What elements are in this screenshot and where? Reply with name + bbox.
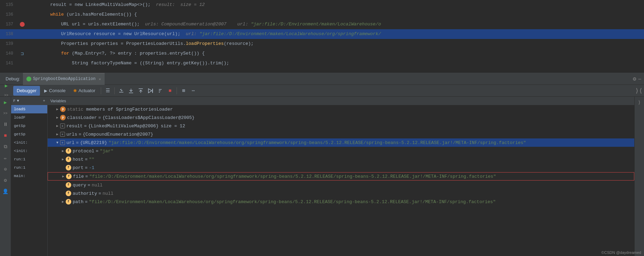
- var-icon-file: f: [66, 174, 72, 179]
- code-content-138: UrlResource resource = new UrlResource(u…: [27, 29, 644, 39]
- frame-item-run2[interactable]: run:1: [11, 163, 47, 172]
- frame-item-init1[interactable]: <init:: [11, 138, 47, 147]
- threads-btn[interactable]: ☰: [103, 86, 112, 95]
- sidebar-edit-icon[interactable]: ✏: [1, 154, 10, 162]
- frame-add-btn[interactable]: +: [43, 99, 45, 103]
- code-content-140: for (Map.Entry<?, ?> entry : properties.…: [27, 49, 644, 58]
- frame-item-main[interactable]: main:: [11, 172, 47, 180]
- var-row-urls[interactable]: ▶ ≡ urls = {CompoundEnumeration@2007}: [48, 130, 634, 138]
- step-out-btn[interactable]: [136, 86, 145, 95]
- var-row-file[interactable]: ▶ f file = "file:/D:/Environment/maken/L…: [48, 172, 634, 181]
- var-eq-path: =: [85, 199, 88, 205]
- var-eq-result: =: [84, 123, 87, 129]
- debug-content: ▶ >> ⏸ ■ ⧉ ✏ ⊙ ⚙ 👤 F ▼ + loadS loadF get…: [0, 97, 644, 256]
- more-btn[interactable]: ⋯: [189, 86, 198, 95]
- sidebar-stepover-icon[interactable]: >>: [1, 109, 10, 118]
- tab-debugger-label: Debugger: [17, 88, 36, 93]
- var-icon-urls: ≡: [60, 132, 65, 137]
- breakpoint-137[interactable]: [20, 22, 25, 27]
- tab-debugger[interactable]: Debugger: [13, 86, 40, 96]
- sidebar-settings-icon[interactable]: ⚙: [1, 176, 10, 184]
- var-val-file: "file:/D:/Environment/maken/LocalWarehou…: [89, 174, 496, 179]
- right-sidebar-expand[interactable]: ⟩: [635, 98, 644, 106]
- debug-toolbar: ▶ >> Debugger ▶ Console ❋ Actuator ☰: [0, 85, 644, 97]
- var-icon-url: ≡: [60, 140, 65, 145]
- sidebar-person-icon[interactable]: 👤: [1, 187, 10, 195]
- session-close[interactable]: ✕: [99, 77, 101, 81]
- var-row-static[interactable]: ▶ p static members of SpringFactoriesLoa…: [48, 105, 634, 113]
- line-number-138: 138: [0, 32, 17, 37]
- code-line-138: 138 UrlResource resource = new UrlResour…: [0, 29, 644, 39]
- var-name-authority: authority: [73, 191, 97, 196]
- var-icon-path: f: [66, 199, 71, 205]
- var-row-authority[interactable]: ▶ f authority = null: [48, 189, 634, 198]
- var-row-protocol[interactable]: ▶ f protocol = "jar": [48, 147, 634, 155]
- debug-tabbar: Debug: SpringbootDemoApplication ✕ ⚙ —: [0, 73, 644, 85]
- var-row-url[interactable]: ▼ ≡ url = {URL@2219} "jar:file:/D:/Envir…: [48, 138, 634, 147]
- var-val-url-str: "jar:file:/D:/Environment/maken/LocalWar…: [108, 140, 526, 145]
- line-number-140: 140: [0, 51, 17, 56]
- var-icon-classloader: p: [60, 115, 66, 120]
- frame-item-getsp2[interactable]: getSp: [11, 130, 47, 138]
- step-over-btn[interactable]: [117, 86, 126, 95]
- variables-header: Variables: [48, 97, 634, 105]
- var-row-path[interactable]: ▶ f path = "file:/D:/Environment/maken/L…: [48, 198, 634, 206]
- code-line-139: 139 Properties properties = PropertiesLo…: [0, 39, 644, 49]
- line-number-137: 137: [0, 22, 17, 27]
- minus-icon[interactable]: —: [638, 76, 641, 82]
- expand-arrow-host: ▶: [60, 157, 66, 162]
- expand-arrow-protocol: ▶: [60, 148, 66, 154]
- sidebar-camera-icon[interactable]: ⊙: [1, 165, 10, 173]
- var-row-query[interactable]: ▶ f query = null: [48, 181, 634, 189]
- var-row-port[interactable]: ▶ f port = -1: [48, 163, 634, 172]
- frame-item-loads[interactable]: loadS: [11, 105, 47, 113]
- frame-arrow: ▼: [17, 99, 19, 103]
- left-sidebar: ▶ >> ⏸ ■ ⧉ ✏ ⊙ ⚙ 👤: [0, 97, 11, 256]
- code-content-141: String factoryTypeName = ((String) entry…: [27, 58, 644, 68]
- sidebar-stop-icon[interactable]: ■: [1, 131, 10, 140]
- line-number-136: 136: [0, 12, 17, 17]
- var-name-result: result: [66, 123, 83, 129]
- grid-btn[interactable]: ⊞: [179, 86, 188, 95]
- sidebar-copy-icon[interactable]: ⧉: [1, 143, 10, 151]
- var-row-result[interactable]: ▶ ≡ result = {LinkedMultiValueMap@2006} …: [48, 122, 634, 130]
- code-content-136: while (urls.hasMoreElements()) {: [27, 10, 644, 19]
- var-eq-urls: =: [79, 132, 81, 137]
- sidebar-resume-icon[interactable]: ▶: [1, 98, 10, 106]
- var-eq-authority: =: [98, 191, 101, 196]
- sidebar-pause-icon[interactable]: ⏸: [1, 120, 10, 129]
- frame-item-getsp1[interactable]: getSp: [11, 122, 47, 130]
- frame-item-init2[interactable]: <init:: [11, 147, 47, 155]
- run-to-cursor-btn[interactable]: [146, 86, 155, 95]
- var-name-file: file: [73, 174, 84, 179]
- code-line-141: 141 String factoryTypeName = ((String) e…: [0, 58, 644, 68]
- frame-item-loadf[interactable]: loadF: [11, 113, 47, 122]
- var-eq-url: =: [76, 140, 79, 145]
- code-line-140: 140 ⊐ for (Map.Entry<?, ?> entry : prope…: [0, 49, 644, 58]
- var-name-host: host: [73, 157, 83, 162]
- tab-actuator[interactable]: ❋ Actuator: [70, 86, 99, 96]
- line-number-139: 139: [0, 41, 17, 46]
- var-icon-result: ≡: [60, 123, 65, 128]
- session-dot: [26, 77, 31, 81]
- resume-btn[interactable]: ▶: [2, 81, 11, 90]
- var-row-host[interactable]: ▶ f host = "": [48, 155, 634, 163]
- evaluate-btn[interactable]: [156, 86, 165, 95]
- var-eq-protocol: =: [96, 149, 98, 154]
- debug-session-tab[interactable]: SpringbootDemoApplication ✕: [23, 73, 105, 85]
- expand-toolbar-btn[interactable]: ⟩⟨: [635, 87, 643, 95]
- var-icon-static: p: [60, 106, 66, 112]
- stop-btn[interactable]: ■: [165, 86, 174, 95]
- var-row-classloader[interactable]: ▶ p classLoader = {ClassLoaders$AppClass…: [48, 113, 634, 122]
- var-icon-authority: f: [66, 191, 71, 196]
- toolbar-sep-3: [177, 87, 177, 94]
- tab-console-label: Console: [49, 88, 66, 93]
- code-content-139: Properties properties = PropertiesLoader…: [27, 39, 644, 49]
- settings-icon[interactable]: ⚙: [633, 75, 636, 82]
- tab-console[interactable]: ▶ Console: [41, 86, 69, 96]
- var-name-port: port: [73, 165, 83, 170]
- step-into-btn[interactable]: [127, 86, 136, 95]
- actuator-icon: ❋: [73, 88, 77, 93]
- frame-item-run1[interactable]: run:1: [11, 155, 47, 163]
- frame-label: F: [13, 99, 16, 103]
